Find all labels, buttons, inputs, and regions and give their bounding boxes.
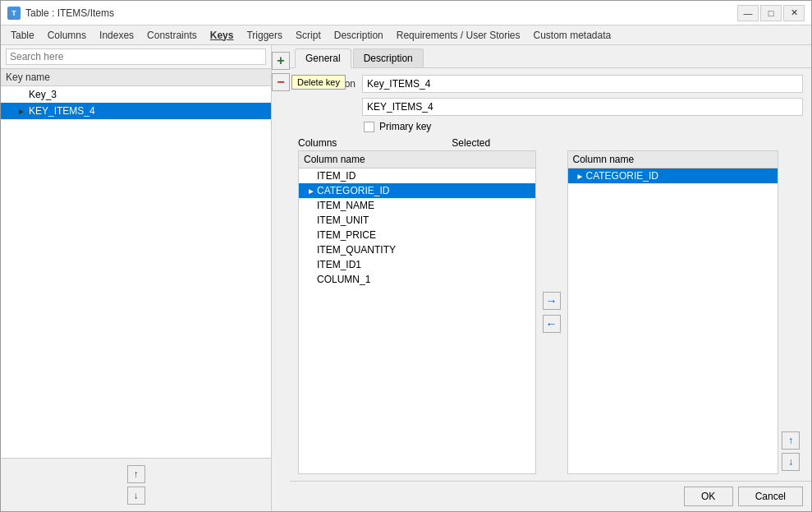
menu-constraints[interactable]: Constraints [140, 28, 204, 43]
col-item-label: ITEM_ID1 [317, 259, 361, 270]
selected-label: Selected [452, 137, 490, 149]
primary-key-row: Primary key [298, 121, 803, 132]
selected-section: Column name ► CATEGORIE_ID [567, 150, 804, 474]
columns-section: Columns Selected Column name [298, 137, 803, 474]
left-panel: Key name Key_3 ► KEY_ITEMS_4 ↑ ↓ [1, 45, 272, 511]
app-icon: T [7, 7, 21, 20]
list-item[interactable]: COLUMN_1 [299, 272, 535, 287]
bottom-buttons: OK Cancel [290, 481, 811, 511]
available-col-header-label: Column name [304, 154, 365, 165]
search-bar [1, 45, 271, 69]
key-list-container: Key_3 ► KEY_ITEMS_4 [1, 86, 271, 458]
key-list-header: Key name [1, 69, 271, 86]
col-item-label: CATEGORIE_ID [317, 185, 389, 196]
main-window: T Table : ITEMS/Items — □ ✕ Table Column… [0, 0, 812, 512]
selected-columns-body: ► CATEGORIE_ID [568, 168, 778, 473]
menu-indexes[interactable]: Indexes [93, 28, 140, 43]
selected-columns-header: Column name [568, 151, 778, 168]
selected-col-arrows: ↑ ↓ [778, 150, 803, 474]
item-arrow-selected: ► [17, 107, 27, 116]
menu-columns[interactable]: Columns [41, 28, 93, 43]
list-item[interactable]: Key_3 [1, 86, 271, 103]
col-item-label: ITEM_PRICE [317, 229, 376, 241]
title-bar: T Table : ITEMS/Items — □ ✕ [1, 1, 811, 25]
primary-key-label: Primary key [379, 121, 431, 132]
available-columns-header: Column name [299, 151, 535, 168]
general-tab-content: Caption Primary key Columns [290, 68, 811, 481]
key-item-label-selected: KEY_ITEMS_4 [29, 105, 95, 117]
window-title: Table : ITEMS/Items [25, 7, 114, 19]
list-item[interactable]: ITEM_PRICE [299, 228, 535, 242]
delete-key-tooltip: Delete key [291, 75, 346, 90]
left-panel-arrows: ↑ ↓ [1, 458, 271, 511]
caption-input[interactable] [362, 75, 803, 93]
list-item[interactable]: ITEM_NAME [299, 198, 535, 213]
selected-move-up-button[interactable]: ↑ [782, 431, 800, 450]
menu-custom-metadata[interactable]: Custom metadata [527, 28, 618, 43]
list-item[interactable]: ITEM_ID1 [299, 257, 535, 272]
menu-triggers[interactable]: Triggers [240, 28, 289, 43]
list-item[interactable]: ITEM_ID [299, 168, 535, 183]
col-item-label: COLUMN_1 [317, 274, 370, 285]
menu-requirements[interactable]: Requirements / User Stories [390, 28, 527, 43]
move-down-button[interactable]: ↓ [127, 487, 145, 505]
cancel-button[interactable]: Cancel [738, 487, 803, 506]
add-remove-panel: + − Delete key [272, 52, 290, 91]
menu-bar: Table Columns Indexes Constraints Keys T… [1, 25, 811, 45]
delete-key-button[interactable]: − [272, 73, 290, 91]
primary-key-checkbox[interactable] [364, 122, 374, 132]
add-key-button[interactable]: + [272, 52, 290, 70]
selected-col-header-label: Column name [573, 154, 635, 165]
col-item-label: ITEM_ID [317, 170, 356, 182]
maximize-button[interactable]: □ [760, 5, 782, 21]
list-item[interactable]: ► CATEGORIE_ID [568, 168, 778, 183]
move-up-button[interactable]: ↑ [127, 465, 145, 483]
minimize-button[interactable]: — [737, 5, 759, 21]
main-content: Key name Key_3 ► KEY_ITEMS_4 ↑ ↓ + [1, 45, 811, 511]
close-button[interactable]: ✕ [783, 5, 805, 21]
transfer-buttons: → ← [536, 150, 567, 474]
move-right-button[interactable]: → [543, 292, 561, 310]
menu-keys[interactable]: Keys [204, 28, 241, 43]
window-controls: — □ ✕ [737, 5, 805, 21]
selected-columns-panel: Column name ► CATEGORIE_ID [567, 150, 779, 474]
key-list-header-label: Key name [6, 71, 50, 83]
list-item[interactable]: ► KEY_ITEMS_4 [1, 103, 271, 119]
tab-bar: General Description [290, 45, 811, 68]
col-item-label: ITEM_QUANTITY [317, 244, 396, 256]
list-item[interactable]: ITEM_UNIT [299, 213, 535, 228]
key-item-label: Key_3 [29, 89, 57, 100]
available-columns-body: ITEM_ID ► CATEGORIE_ID ITEM_NAME [299, 168, 535, 473]
right-panel: General Description Caption Pri [290, 45, 811, 511]
title-bar-left: T Table : ITEMS/Items [7, 7, 114, 20]
tab-description[interactable]: Description [353, 48, 424, 67]
available-columns-panel: Column name ITEM_ID ► CATEGORIE_ID [298, 150, 536, 474]
move-left-button[interactable]: ← [543, 315, 561, 333]
col-arrow-selected: ► [307, 187, 315, 196]
col-item-label: ITEM_UNIT [317, 214, 369, 226]
menu-table[interactable]: Table [4, 28, 41, 43]
columns-label: Columns [298, 137, 337, 149]
caption-row: Caption [298, 75, 803, 93]
columns-inner: Column name ITEM_ID ► CATEGORIE_ID [298, 150, 803, 474]
selected-move-down-button[interactable]: ↓ [782, 453, 800, 471]
sel-col-item-label: CATEGORIE_ID [586, 170, 658, 182]
col-item-label: ITEM_NAME [317, 200, 374, 211]
menu-script[interactable]: Script [289, 28, 328, 43]
columns-row-labels: Columns Selected [298, 137, 803, 149]
search-input[interactable] [6, 48, 266, 65]
list-item[interactable]: ► CATEGORIE_ID [299, 183, 535, 198]
name-input[interactable] [362, 98, 803, 116]
ok-button[interactable]: OK [684, 487, 733, 506]
tab-general[interactable]: General [295, 48, 351, 68]
name-row [298, 98, 803, 116]
col-arrow-sel: ► [576, 172, 585, 181]
list-item[interactable]: ITEM_QUANTITY [299, 242, 535, 257]
menu-description[interactable]: Description [328, 28, 390, 43]
